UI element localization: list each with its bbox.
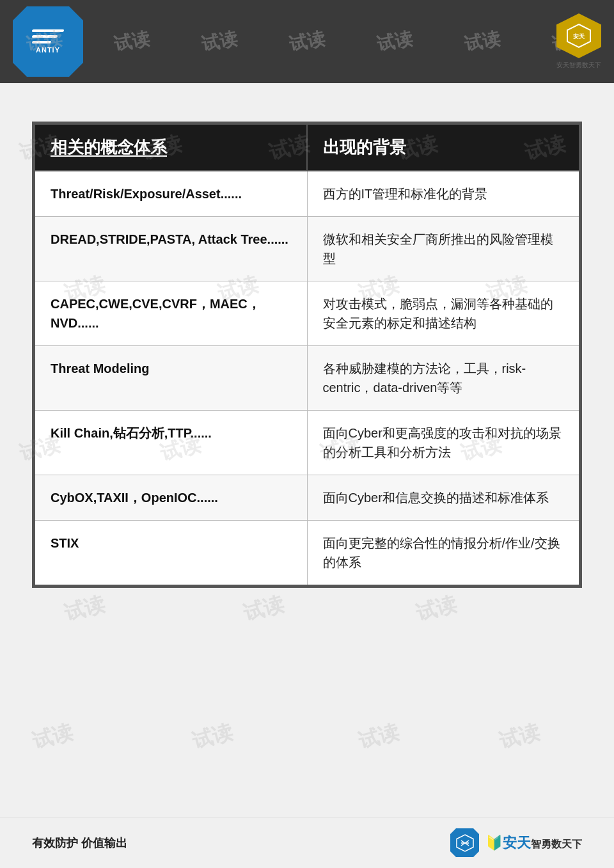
logo-lines (32, 29, 64, 43)
table-row: Threat Modeling各种威胁建模的方法论，工具，risk-centri… (35, 346, 579, 411)
badge-icon: 安天 (566, 23, 592, 49)
table-body: Threat/Risk/Exposure/Asset......西方的IT管理和… (35, 171, 579, 585)
footer-logo (450, 828, 479, 857)
header-watermarks: 试读 试读 试读 试读 试读 试读 试读 (0, 0, 614, 83)
table-cell-left-1: DREAD,STRIDE,PASTA, Attack Tree...... (35, 217, 307, 281)
col1-header: 相关的概念体系 (35, 124, 307, 171)
main-content: 相关的概念体系 出现的背景 Threat/Risk/Exposure/Asset… (0, 83, 614, 613)
table-cell-right-1: 微软和相关安全厂商所推出的风险管理模型 (307, 217, 579, 281)
body-wm-17: 试读 (29, 718, 75, 755)
table-cell-left-0: Threat/Risk/Exposure/Asset...... (35, 171, 307, 217)
table-header-row: 相关的概念体系 出现的背景 (35, 124, 579, 171)
table-cell-right-0: 西方的IT管理和标准化的背景 (307, 171, 579, 217)
badge-logo: 安天 (556, 13, 601, 58)
footer-logo-icon (456, 834, 474, 852)
footer-brand: 🔰安天智勇数天下 (485, 833, 582, 853)
footer-left-text: 有效防护 价值输出 (32, 835, 127, 851)
table-row: CybOX,TAXII，OpenIOC......面向Cyber和信息交换的描述… (35, 475, 579, 521)
body-wm-20: 试读 (496, 718, 542, 755)
header-wm-6: 试读 (462, 26, 502, 56)
table-cell-left-6: STIX (35, 521, 307, 586)
table-cell-left-5: CybOX,TAXII，OpenIOC...... (35, 475, 307, 521)
footer-right: 🔰安天智勇数天下 (450, 828, 582, 857)
logo-line-3 (31, 41, 51, 43)
logo-text: ANTIY (36, 46, 60, 54)
table-cell-left-4: Kill Chain,钻石分析,TTP...... (35, 411, 307, 475)
table-row: CAPEC,CWE,CVE,CVRF，MAEC，NVD......对攻击模式，脆… (35, 281, 579, 346)
main-table: 相关的概念体系 出现的背景 Threat/Risk/Exposure/Asset… (34, 123, 580, 586)
table-cell-right-5: 面向Cyber和信息交换的描述和标准体系 (307, 475, 579, 521)
body-wm-18: 试读 (189, 718, 235, 755)
footer: 有效防护 价值输出 🔰安天智勇数天下 (0, 817, 614, 868)
table-row: DREAD,STRIDE,PASTA, Attack Tree......微软和… (35, 217, 579, 281)
table-wrapper: 相关的概念体系 出现的背景 Threat/Risk/Exposure/Asset… (32, 122, 582, 588)
body-wm-19: 试读 (355, 718, 402, 755)
badge-text: 安天智勇数天下 (556, 61, 601, 70)
table-cell-right-3: 各种威胁建模的方法论，工具，risk-centric，data-driven等等 (307, 346, 579, 411)
header-badge: 安天 安天智勇数天下 (556, 13, 601, 70)
table-cell-left-2: CAPEC,CWE,CVE,CVRF，MAEC，NVD...... (35, 281, 307, 346)
logo: ANTIY (13, 6, 83, 77)
table-cell-right-6: 面向更完整的综合性的情报分析/作业/交换的体系 (307, 521, 579, 586)
table-row: STIX面向更完整的综合性的情报分析/作业/交换的体系 (35, 521, 579, 586)
header-wm-4: 试读 (287, 26, 327, 56)
footer-brand-sub: 智勇数天下 (531, 839, 582, 849)
table-row: Kill Chain,钻石分析,TTP......面向Cyber和更高强度的攻击… (35, 411, 579, 475)
logo-line-2 (31, 35, 58, 38)
header-wm-5: 试读 (375, 26, 414, 56)
svg-text:安天: 安天 (572, 33, 585, 40)
header-wm-2: 试读 (112, 26, 152, 56)
header: ANTIY 试读 试读 试读 试读 试读 试读 试读 安天 安天智勇数天下 (0, 0, 614, 83)
table-cell-right-2: 对攻击模式，脆弱点，漏洞等各种基础的安全元素的标定和描述结构 (307, 281, 579, 346)
col2-header: 出现的背景 (307, 124, 579, 171)
header-wm-3: 试读 (200, 26, 239, 56)
table-row: Threat/Risk/Exposure/Asset......西方的IT管理和… (35, 171, 579, 217)
logo-line-1 (31, 29, 64, 32)
table-cell-right-4: 面向Cyber和更高强度的攻击和对抗的场景的分析工具和分析方法 (307, 411, 579, 475)
table-cell-left-3: Threat Modeling (35, 346, 307, 411)
footer-brand-main: 🔰安天 (485, 835, 531, 851)
